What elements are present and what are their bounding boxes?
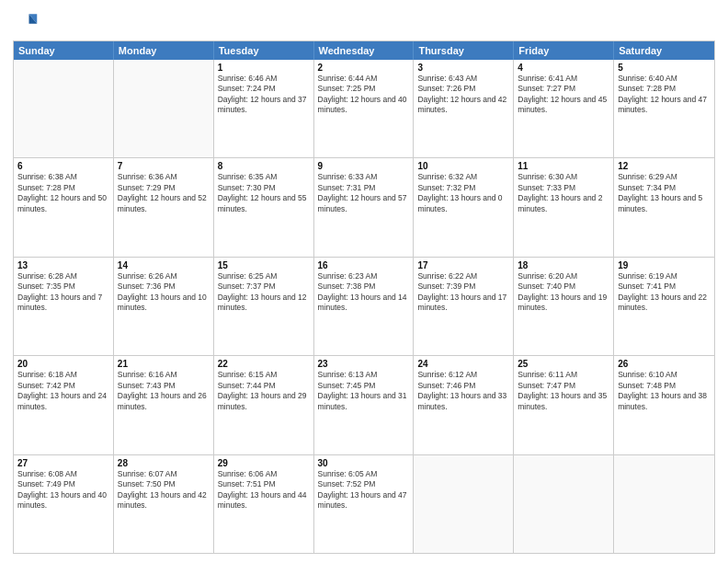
day-number: 25 <box>518 359 609 369</box>
day-number: 12 <box>618 161 711 171</box>
calendar-cell: 10Sunrise: 6:32 AM Sunset: 7:32 PM Dayli… <box>414 158 514 256</box>
day-number: 6 <box>17 161 109 171</box>
day-info: Sunrise: 6:05 AM Sunset: 7:52 PM Dayligh… <box>318 469 410 511</box>
calendar-cell: 17Sunrise: 6:22 AM Sunset: 7:39 PM Dayli… <box>414 258 514 355</box>
calendar-cell: 4Sunrise: 6:41 AM Sunset: 7:27 PM Daylig… <box>514 60 614 157</box>
calendar-cell <box>14 60 114 157</box>
calendar-cell: 19Sunrise: 6:19 AM Sunset: 7:41 PM Dayli… <box>614 258 714 355</box>
page: SundayMondayTuesdayWednesdayThursdayFrid… <box>0 0 728 563</box>
day-number: 22 <box>218 359 310 369</box>
calendar-cell: 8Sunrise: 6:35 AM Sunset: 7:30 PM Daylig… <box>214 158 314 256</box>
day-info: Sunrise: 6:38 AM Sunset: 7:28 PM Dayligh… <box>17 172 109 214</box>
calendar-cell: 14Sunrise: 6:26 AM Sunset: 7:36 PM Dayli… <box>114 258 214 355</box>
day-info: Sunrise: 6:11 AM Sunset: 7:47 PM Dayligh… <box>518 370 609 412</box>
day-number: 17 <box>417 260 509 270</box>
calendar-cell: 16Sunrise: 6:23 AM Sunset: 7:38 PM Dayli… <box>314 258 415 355</box>
day-number: 1 <box>218 63 310 73</box>
calendar-cell: 9Sunrise: 6:33 AM Sunset: 7:31 PM Daylig… <box>314 158 415 256</box>
day-number: 3 <box>417 63 509 73</box>
calendar-cell: 24Sunrise: 6:12 AM Sunset: 7:46 PM Dayli… <box>414 356 514 454</box>
day-number: 30 <box>318 458 410 468</box>
calendar-cell: 28Sunrise: 6:07 AM Sunset: 7:50 PM Dayli… <box>114 455 214 553</box>
calendar-cell: 1Sunrise: 6:46 AM Sunset: 7:24 PM Daylig… <box>214 60 314 157</box>
day-number: 2 <box>318 63 410 73</box>
calendar-cell <box>614 455 714 553</box>
day-info: Sunrise: 6:15 AM Sunset: 7:44 PM Dayligh… <box>218 370 310 412</box>
day-info: Sunrise: 6:29 AM Sunset: 7:34 PM Dayligh… <box>618 172 711 214</box>
calendar-cell: 20Sunrise: 6:18 AM Sunset: 7:42 PM Dayli… <box>14 356 114 454</box>
day-number: 14 <box>118 260 210 270</box>
calendar-cell: 6Sunrise: 6:38 AM Sunset: 7:28 PM Daylig… <box>14 158 114 256</box>
calendar-cell: 21Sunrise: 6:16 AM Sunset: 7:43 PM Dayli… <box>114 356 214 454</box>
day-info: Sunrise: 6:20 AM Sunset: 7:40 PM Dayligh… <box>518 271 609 314</box>
header <box>13 9 715 35</box>
calendar-row: 13Sunrise: 6:28 AM Sunset: 7:35 PM Dayli… <box>14 257 714 355</box>
day-number: 10 <box>417 161 509 171</box>
calendar-row: 1Sunrise: 6:46 AM Sunset: 7:24 PM Daylig… <box>14 60 714 157</box>
calendar: SundayMondayTuesdayWednesdayThursdayFrid… <box>13 40 715 554</box>
calendar-cell: 29Sunrise: 6:06 AM Sunset: 7:51 PM Dayli… <box>214 455 314 553</box>
calendar-body: 1Sunrise: 6:46 AM Sunset: 7:24 PM Daylig… <box>14 60 714 553</box>
weekday-header: Sunday <box>14 41 114 60</box>
day-number: 18 <box>518 260 609 270</box>
day-info: Sunrise: 6:25 AM Sunset: 7:37 PM Dayligh… <box>218 271 310 314</box>
calendar-cell: 23Sunrise: 6:13 AM Sunset: 7:45 PM Dayli… <box>314 356 415 454</box>
logo <box>13 9 42 35</box>
day-number: 16 <box>318 260 410 270</box>
weekday-header: Thursday <box>414 41 514 60</box>
day-info: Sunrise: 6:40 AM Sunset: 7:28 PM Dayligh… <box>618 74 711 116</box>
day-info: Sunrise: 6:18 AM Sunset: 7:42 PM Dayligh… <box>17 370 109 412</box>
day-info: Sunrise: 6:26 AM Sunset: 7:36 PM Dayligh… <box>118 271 210 314</box>
calendar-cell: 7Sunrise: 6:36 AM Sunset: 7:29 PM Daylig… <box>114 158 214 256</box>
calendar-cell: 12Sunrise: 6:29 AM Sunset: 7:34 PM Dayli… <box>614 158 714 256</box>
day-number: 8 <box>218 161 310 171</box>
calendar-cell: 15Sunrise: 6:25 AM Sunset: 7:37 PM Dayli… <box>214 258 314 355</box>
day-number: 26 <box>618 359 711 369</box>
day-info: Sunrise: 6:43 AM Sunset: 7:26 PM Dayligh… <box>417 74 509 116</box>
day-number: 5 <box>618 63 711 73</box>
calendar-header: SundayMondayTuesdayWednesdayThursdayFrid… <box>14 41 714 60</box>
day-info: Sunrise: 6:06 AM Sunset: 7:51 PM Dayligh… <box>218 469 310 511</box>
day-info: Sunrise: 6:16 AM Sunset: 7:43 PM Dayligh… <box>118 370 210 412</box>
day-number: 7 <box>118 161 210 171</box>
weekday-header: Saturday <box>614 41 714 60</box>
day-info: Sunrise: 6:08 AM Sunset: 7:49 PM Dayligh… <box>17 469 109 511</box>
calendar-cell: 27Sunrise: 6:08 AM Sunset: 7:49 PM Dayli… <box>14 455 114 553</box>
day-number: 13 <box>17 260 109 270</box>
day-info: Sunrise: 6:44 AM Sunset: 7:25 PM Dayligh… <box>318 74 410 116</box>
calendar-cell <box>114 60 214 157</box>
calendar-cell: 26Sunrise: 6:10 AM Sunset: 7:48 PM Dayli… <box>614 356 714 454</box>
calendar-row: 20Sunrise: 6:18 AM Sunset: 7:42 PM Dayli… <box>14 355 714 454</box>
day-info: Sunrise: 6:46 AM Sunset: 7:24 PM Dayligh… <box>218 74 310 116</box>
day-number: 21 <box>118 359 210 369</box>
day-info: Sunrise: 6:41 AM Sunset: 7:27 PM Dayligh… <box>518 74 609 116</box>
day-info: Sunrise: 6:10 AM Sunset: 7:48 PM Dayligh… <box>618 370 711 412</box>
day-number: 27 <box>17 458 109 468</box>
calendar-row: 27Sunrise: 6:08 AM Sunset: 7:49 PM Dayli… <box>14 454 714 553</box>
calendar-cell: 11Sunrise: 6:30 AM Sunset: 7:33 PM Dayli… <box>514 158 614 256</box>
day-info: Sunrise: 6:12 AM Sunset: 7:46 PM Dayligh… <box>417 370 509 412</box>
day-number: 4 <box>518 63 609 73</box>
day-number: 23 <box>318 359 410 369</box>
day-info: Sunrise: 6:19 AM Sunset: 7:41 PM Dayligh… <box>618 271 711 314</box>
day-info: Sunrise: 6:30 AM Sunset: 7:33 PM Dayligh… <box>518 172 609 214</box>
day-info: Sunrise: 6:23 AM Sunset: 7:38 PM Dayligh… <box>318 271 410 314</box>
weekday-header: Friday <box>514 41 614 60</box>
weekday-header: Tuesday <box>214 41 314 60</box>
calendar-cell: 2Sunrise: 6:44 AM Sunset: 7:25 PM Daylig… <box>314 60 415 157</box>
calendar-cell: 22Sunrise: 6:15 AM Sunset: 7:44 PM Dayli… <box>214 356 314 454</box>
day-info: Sunrise: 6:32 AM Sunset: 7:32 PM Dayligh… <box>417 172 509 214</box>
day-info: Sunrise: 6:13 AM Sunset: 7:45 PM Dayligh… <box>318 370 410 412</box>
day-number: 20 <box>17 359 109 369</box>
day-info: Sunrise: 6:35 AM Sunset: 7:30 PM Dayligh… <box>218 172 310 214</box>
logo-icon <box>13 9 39 35</box>
day-info: Sunrise: 6:07 AM Sunset: 7:50 PM Dayligh… <box>118 469 210 511</box>
day-number: 29 <box>218 458 310 468</box>
day-number: 11 <box>518 161 609 171</box>
calendar-cell: 3Sunrise: 6:43 AM Sunset: 7:26 PM Daylig… <box>414 60 514 157</box>
weekday-header: Wednesday <box>314 41 415 60</box>
calendar-cell: 30Sunrise: 6:05 AM Sunset: 7:52 PM Dayli… <box>314 455 415 553</box>
calendar-cell <box>514 455 614 553</box>
day-number: 15 <box>218 260 310 270</box>
day-info: Sunrise: 6:22 AM Sunset: 7:39 PM Dayligh… <box>417 271 509 314</box>
